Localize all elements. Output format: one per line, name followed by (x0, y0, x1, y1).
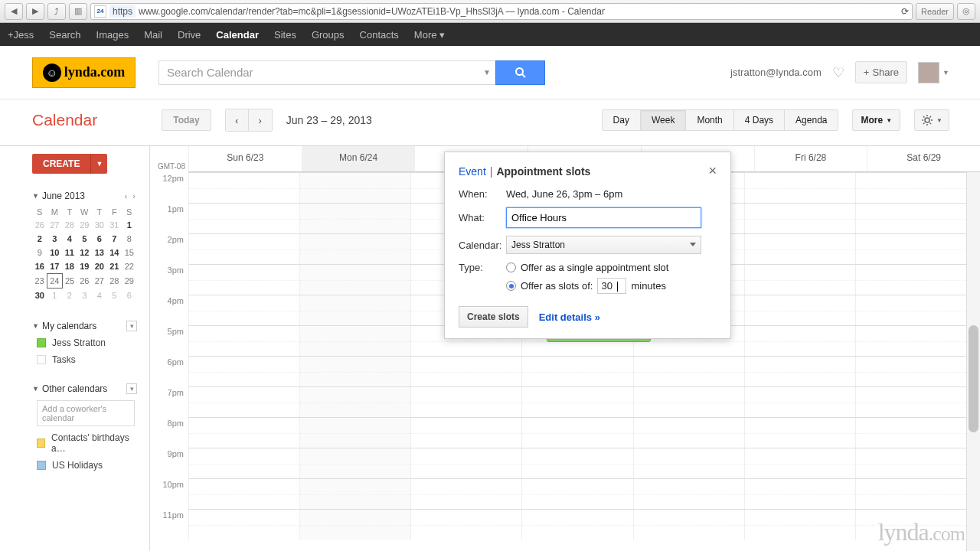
create-slots-button[interactable]: Create slots (459, 306, 528, 328)
type-slots-radio[interactable]: Offer as slots of: 30 minutes (506, 278, 668, 294)
close-button[interactable]: × (708, 163, 717, 179)
time-cell[interactable] (188, 265, 299, 295)
view-day[interactable]: Day (603, 110, 641, 130)
time-cell[interactable] (855, 204, 966, 233)
mini-day-30[interactable]: 30 (92, 218, 107, 232)
view-agenda[interactable]: Agenda (785, 110, 838, 130)
time-cell[interactable] (410, 479, 521, 509)
mini-day-20[interactable]: 20 (92, 259, 107, 274)
time-cell[interactable] (188, 357, 299, 386)
day-header[interactable]: Sat 6/29 (867, 146, 980, 172)
nav-contacts[interactable]: Contacts (360, 29, 399, 41)
share-button[interactable]: +Share (855, 61, 907, 83)
back-button[interactable]: ◀ (5, 3, 23, 20)
time-cell[interactable] (521, 510, 632, 540)
mini-day-5[interactable]: 5 (77, 232, 93, 246)
time-cell[interactable] (188, 173, 299, 203)
mini-day-27[interactable]: 27 (92, 274, 107, 289)
mini-day-13[interactable]: 13 (92, 246, 107, 259)
time-cell[interactable] (410, 387, 521, 417)
time-cell[interactable] (633, 479, 744, 509)
nav-mail[interactable]: Mail (144, 29, 162, 41)
time-cell[interactable] (855, 387, 966, 417)
nav-images[interactable]: Images (96, 29, 129, 41)
other-calendars-menu[interactable]: ▾ (126, 383, 137, 394)
time-cell[interactable] (855, 418, 966, 448)
mini-day-10[interactable]: 10 (47, 246, 63, 259)
mini-day-4[interactable]: 4 (62, 232, 77, 246)
minicalendar[interactable]: SMTWTFS262728293031123456789101112131415… (32, 206, 137, 302)
time-cell[interactable] (188, 234, 299, 264)
time-cell[interactable] (855, 295, 966, 325)
mini-day-1[interactable]: 1 (122, 218, 137, 232)
time-cell[interactable] (521, 479, 632, 509)
mini-day-27[interactable]: 27 (47, 218, 63, 232)
time-cell[interactable] (299, 479, 410, 509)
time-cell[interactable] (855, 357, 966, 386)
nav-sites[interactable]: Sites (274, 29, 296, 41)
my-calendars-header[interactable]: ▼My calendars ▾ (32, 321, 137, 331)
address-bar[interactable]: 24 https www.google.com/calendar/render?… (90, 3, 913, 20)
view-4-days[interactable]: 4 Days (734, 110, 785, 130)
time-cell[interactable] (521, 418, 632, 448)
time-cell[interactable] (410, 510, 521, 540)
mini-day-16[interactable]: 16 (32, 259, 47, 274)
prev-period-button[interactable]: ‹ (226, 109, 249, 131)
time-cell[interactable] (188, 326, 299, 356)
mini-day-23[interactable]: 23 (32, 274, 47, 289)
time-cell[interactable] (744, 510, 855, 540)
share-browser-button[interactable]: ⤴ (47, 3, 66, 20)
day-header[interactable]: Mon 6/24 (302, 146, 415, 172)
time-cell[interactable] (521, 357, 632, 386)
mini-day-25[interactable]: 25 (62, 274, 77, 289)
search-input[interactable]: Search Calendar ▼ (158, 60, 495, 85)
nav-groups[interactable]: Groups (312, 29, 345, 41)
nav-calendar[interactable]: Calendar (216, 29, 259, 41)
mini-day-11[interactable]: 11 (62, 246, 77, 259)
nav-drive[interactable]: Drive (178, 29, 201, 41)
time-cell[interactable] (521, 448, 632, 478)
time-cell[interactable] (410, 357, 521, 386)
time-cell[interactable] (633, 510, 744, 540)
sidebar-browser-button[interactable]: ▥ (69, 3, 87, 20)
time-cell[interactable] (633, 387, 744, 417)
mini-day-9[interactable]: 9 (32, 246, 47, 259)
time-cell[interactable] (855, 326, 966, 356)
time-cell[interactable] (188, 479, 299, 509)
minicalendar-month[interactable]: June 2013 (42, 191, 85, 201)
other-calendars-header[interactable]: ▼Other calendars ▾ (32, 383, 137, 394)
nav-search[interactable]: Search (49, 29, 80, 41)
mini-day-18[interactable]: 18 (62, 259, 77, 274)
time-cell[interactable] (633, 418, 744, 448)
time-cell[interactable] (521, 387, 632, 417)
reader-button[interactable]: Reader (916, 3, 954, 20)
date-range[interactable]: Jun 23 – 29, 2013 (286, 114, 372, 126)
time-cell[interactable] (633, 448, 744, 478)
time-cell[interactable] (299, 418, 410, 448)
time-cell[interactable] (855, 479, 966, 509)
time-cell[interactable] (299, 295, 410, 325)
mini-day-6[interactable]: 6 (122, 289, 137, 303)
mini-day-22[interactable]: 22 (122, 259, 137, 274)
time-cell[interactable] (299, 387, 410, 417)
slot-duration-input[interactable]: 30 (597, 278, 626, 294)
mini-day-24[interactable]: 24 (47, 274, 63, 289)
settings-browser-button[interactable]: ◎ (957, 3, 975, 20)
mini-day-12[interactable]: 12 (77, 246, 93, 259)
time-cell[interactable] (633, 357, 744, 386)
time-cell[interactable] (744, 448, 855, 478)
search-dropdown-icon[interactable]: ▼ (483, 68, 491, 77)
time-cell[interactable] (410, 448, 521, 478)
day-header[interactable]: Fri 6/28 (754, 146, 867, 172)
time-cell[interactable] (744, 326, 855, 356)
event-tab[interactable]: Event (459, 165, 486, 178)
mini-next[interactable]: › (132, 191, 137, 201)
calendar-item[interactable]: Tasks (32, 348, 137, 365)
edit-details-link[interactable]: Edit details » (539, 311, 600, 323)
time-cell[interactable] (855, 234, 966, 264)
reload-icon[interactable]: ⟳ (901, 6, 909, 17)
calendar-item[interactable]: Contacts' birthdays a… (32, 426, 137, 454)
time-cell[interactable] (744, 387, 855, 417)
mini-day-19[interactable]: 19 (77, 259, 93, 274)
time-cell[interactable] (188, 387, 299, 417)
